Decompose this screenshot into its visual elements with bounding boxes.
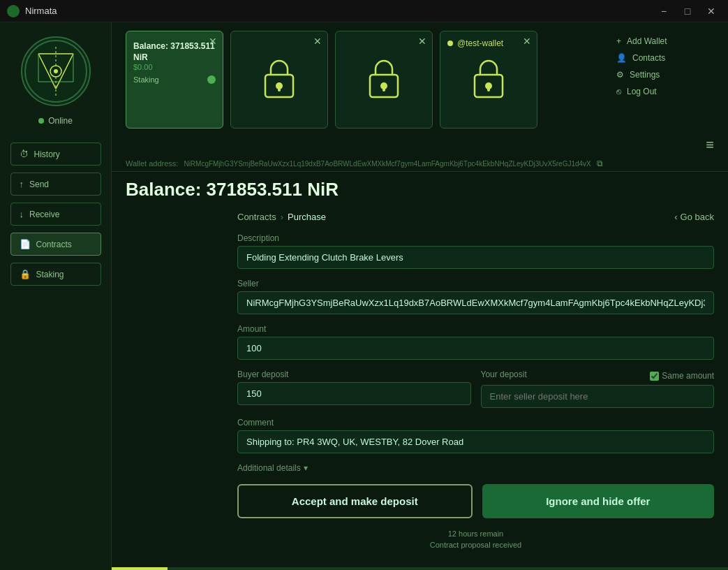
buyer-deposit-input[interactable]: [237, 382, 471, 405]
sidebar-item-staking[interactable]: 🔒 Staking: [10, 263, 101, 286]
seller-group: Seller: [237, 279, 714, 314]
time-remain: 12 hours remain: [237, 529, 714, 538]
filter-icon[interactable]: ≡: [706, 137, 714, 153]
sidebar-item-send[interactable]: ↑ Send: [10, 173, 101, 196]
online-dot: [38, 118, 44, 124]
action-buttons: Accept and make deposit Ignore and hide …: [237, 484, 714, 518]
breadcrumb-purchase[interactable]: Purchase: [288, 212, 326, 222]
seller-label: Seller: [237, 279, 714, 288]
amount-label: Amount: [237, 324, 714, 334]
description-label: Description: [237, 233, 714, 243]
progress-bar-fill: [112, 567, 168, 570]
history-icon: ⏱: [20, 149, 29, 159]
online-label: Online: [48, 116, 73, 126]
amount-input[interactable]: [237, 337, 714, 360]
logout-icon: ⎋: [616, 87, 621, 96]
comment-label: Comment: [237, 418, 714, 428]
wallet-tag-label: @test-wallet: [447, 38, 503, 48]
card-balance: Balance: 371853.511 NiR: [133, 41, 216, 63]
lock-icon-4: [468, 55, 510, 104]
svg-rect-19: [487, 86, 490, 92]
card-usd: $0.00: [133, 63, 216, 71]
description-group: Description: [237, 233, 714, 269]
buyer-deposit-group: Buyer deposit: [237, 370, 471, 408]
app-body: Online ⏱ History ↑ Send ↓ Receive 📄 Cont…: [0, 22, 728, 570]
your-deposit-label: Your deposit: [481, 370, 527, 379]
status-area: 12 hours remain Contract proposal receiv…: [237, 529, 714, 549]
buyer-deposit-label: Buyer deposit: [237, 370, 471, 379]
wallet-card-1: ✕ Balance: 371853.511 NiR $0.00 Staking: [126, 31, 223, 129]
go-back-icon: ‹: [674, 212, 677, 222]
left-nav: [112, 205, 223, 570]
your-deposit-group: Your deposit Same amount: [481, 370, 715, 408]
contract-status: Contract proposal received: [237, 541, 714, 549]
wallet-card-2[interactable]: ✕: [230, 31, 328, 129]
sidebar-item-label: History: [34, 149, 60, 159]
top-actions: + Add Wallet 👤 Contacts ⚙ Settings ⎋ Log…: [616, 31, 714, 98]
card-close-4[interactable]: ✕: [523, 36, 531, 47]
lock-icon-2: [258, 55, 300, 104]
app-title: Nirmata: [25, 6, 57, 16]
sidebar-item-label: Staking: [36, 270, 64, 279]
sidebar-item-label: Receive: [29, 210, 59, 219]
additional-details[interactable]: Additional details ▾: [237, 463, 714, 473]
main-area: ✕ Balance: 371853.511 NiR $0.00 Staking …: [112, 22, 728, 570]
deposit-row: Buyer deposit Your deposit Same amount: [237, 370, 714, 408]
your-deposit-label-row: Your deposit Same amount: [481, 370, 715, 382]
same-amount-checkbox[interactable]: [650, 372, 659, 381]
same-amount-label[interactable]: Same amount: [650, 371, 714, 381]
contacts-icon: 👤: [616, 53, 627, 63]
contacts-button[interactable]: 👤 Contacts: [616, 52, 714, 64]
sidebar-item-label: Contracts: [36, 240, 72, 249]
sidebar-item-contracts[interactable]: 📄 Contracts: [10, 233, 101, 256]
your-deposit-input[interactable]: [481, 385, 715, 408]
progress-bar: [112, 567, 728, 570]
balance-display: Balance: 371853.511 NiR: [112, 172, 728, 205]
comment-input[interactable]: [237, 430, 714, 453]
svg-rect-16: [382, 86, 385, 92]
top-header: ✕ Balance: 371853.511 NiR $0.00 Staking …: [112, 22, 728, 137]
go-back-button[interactable]: ‹ Go back: [674, 212, 714, 222]
card-close-3[interactable]: ✕: [418, 36, 426, 47]
sidebar-logo: [21, 36, 91, 106]
wallet-address-label: Wallet address:: [126, 159, 178, 168]
card-close-2[interactable]: ✕: [313, 36, 322, 47]
maximize-button[interactable]: □: [678, 3, 697, 19]
wallet-cards: ✕ Balance: 371853.511 NiR $0.00 Staking …: [126, 31, 608, 129]
settings-button[interactable]: ⚙ Settings: [616, 68, 714, 81]
description-input[interactable]: [237, 246, 714, 269]
close-button[interactable]: ✕: [701, 3, 721, 19]
svg-point-8: [54, 69, 58, 73]
staking-active-dot: [207, 75, 216, 84]
card-staking: Staking: [133, 75, 216, 84]
send-icon: ↑: [20, 179, 24, 189]
sidebar-item-receive[interactable]: ↓ Receive: [10, 203, 101, 226]
wallet-card-3[interactable]: ✕: [335, 31, 433, 129]
accept-deposit-button[interactable]: Accept and make deposit: [237, 484, 473, 518]
card-close-1[interactable]: ✕: [209, 36, 217, 47]
tag-dot: [447, 41, 453, 46]
ignore-hide-button[interactable]: Ignore and hide offer: [482, 484, 715, 518]
seller-input[interactable]: [237, 291, 714, 314]
logout-button[interactable]: ⎋ Log Out: [616, 85, 714, 98]
wallet-address-text: NiRMcgFMjhG3YSmjBeRaUwXzx1Lq19dxB7AoBRWL…: [184, 160, 590, 168]
breadcrumb-contracts[interactable]: Contracts: [237, 212, 276, 222]
content-area: Contracts › Purchase ‹ Go back Descripti…: [112, 205, 728, 570]
balance-text: Balance: 371853.511 NiR: [126, 179, 339, 200]
comment-group: Comment: [237, 418, 714, 453]
chevron-down-icon: ▾: [304, 463, 308, 473]
sidebar-item-history[interactable]: ⏱ History: [10, 142, 101, 166]
minimize-button[interactable]: −: [654, 3, 674, 19]
amount-group: Amount: [237, 324, 714, 360]
copy-icon[interactable]: ⧉: [597, 159, 603, 168]
receive-icon: ↓: [20, 209, 24, 219]
wallet-card-4[interactable]: ✕ @test-wallet: [440, 31, 537, 129]
app-logo: [7, 5, 20, 17]
sidebar: Online ⏱ History ↑ Send ↓ Receive 📄 Cont…: [0, 22, 112, 570]
titlebar-controls: − □ ✕: [654, 3, 721, 19]
svg-rect-13: [278, 86, 281, 92]
add-wallet-icon: +: [616, 36, 621, 46]
online-status: Online: [38, 116, 73, 126]
wallet-address-bar: Wallet address: NiRMcgFMjhG3YSmjBeRaUwXz…: [112, 156, 728, 172]
add-wallet-button[interactable]: + Add Wallet: [616, 35, 714, 48]
